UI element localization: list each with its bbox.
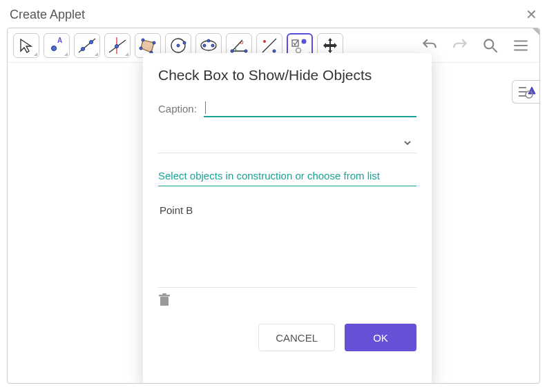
algebra-view-toggle[interactable]	[512, 80, 539, 104]
window-title: Create Applet	[10, 8, 85, 22]
caption-row: Caption:	[158, 100, 416, 117]
select-objects-hint: Select objects in construction or choose…	[158, 170, 416, 186]
close-icon[interactable]: ✕	[526, 6, 537, 23]
svg-point-27	[302, 39, 307, 43]
caption-label: Caption:	[158, 103, 197, 115]
svg-text:α: α	[240, 39, 244, 46]
svg-point-24	[263, 40, 266, 43]
perpendicular-tool[interactable]	[104, 33, 131, 58]
selected-objects-list[interactable]: Point B	[158, 202, 416, 284]
svg-point-7	[115, 44, 119, 48]
svg-rect-41	[162, 293, 166, 295]
cancel-button[interactable]: CANCEL	[258, 324, 335, 351]
svg-point-17	[203, 44, 206, 47]
svg-point-4	[90, 40, 93, 43]
redo-button[interactable]	[447, 33, 473, 58]
chevron-down-icon	[403, 138, 412, 148]
svg-line-30	[492, 48, 497, 52]
dialog-buttons: CANCEL OK	[158, 324, 416, 351]
svg-rect-40	[159, 295, 170, 297]
svg-line-2	[79, 39, 95, 52]
move-tool[interactable]	[13, 33, 39, 58]
svg-point-12	[140, 47, 142, 50]
search-icon[interactable]	[477, 33, 503, 58]
checkbox-dialog: Check Box to Show/Hide Objects Caption: …	[143, 53, 432, 384]
svg-text:A: A	[57, 37, 62, 44]
svg-point-25	[273, 50, 276, 52]
svg-point-21	[231, 50, 233, 52]
app-window: Create Applet ✕ A	[0, 0, 547, 392]
app-frame: A	[7, 28, 540, 384]
svg-point-29	[484, 39, 493, 48]
svg-point-9	[142, 39, 144, 41]
list-item[interactable]: Point B	[160, 204, 415, 216]
svg-point-10	[153, 41, 155, 44]
svg-point-28	[296, 48, 301, 52]
text-caret	[205, 101, 206, 114]
svg-point-19	[207, 39, 210, 42]
svg-point-3	[81, 47, 85, 50]
trash-icon[interactable]	[158, 293, 171, 307]
svg-point-18	[211, 44, 214, 47]
svg-point-1	[52, 46, 57, 50]
line-tool[interactable]	[74, 33, 100, 58]
menu-icon[interactable]	[508, 33, 534, 58]
svg-point-15	[183, 41, 186, 44]
dialog-title: Check Box to Show/Hide Objects	[158, 67, 416, 84]
svg-rect-39	[160, 297, 169, 306]
svg-marker-8	[141, 40, 154, 52]
caption-input-wrap	[204, 100, 416, 117]
caption-input[interactable]	[204, 100, 416, 117]
ok-button[interactable]: OK	[345, 324, 416, 351]
title-bar: Create Applet ✕	[0, 0, 547, 28]
object-dropdown[interactable]	[158, 133, 416, 153]
divider	[158, 287, 416, 288]
svg-point-14	[177, 44, 180, 47]
point-tool[interactable]: A	[44, 33, 70, 58]
